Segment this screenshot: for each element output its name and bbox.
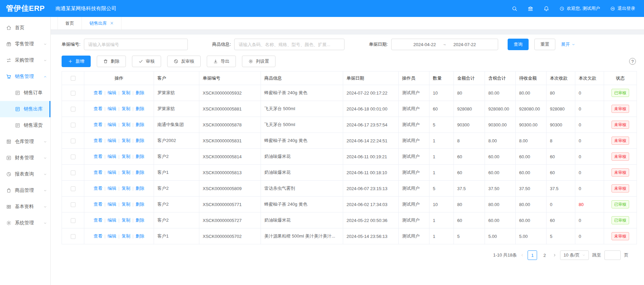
next-page-icon[interactable] <box>553 253 557 257</box>
prev-page-icon[interactable] <box>520 253 524 257</box>
expand-toggle[interactable]: 展开 <box>561 41 575 47</box>
action-copy-link[interactable]: 复制 <box>121 138 130 143</box>
cell-tax-total: 80.00 <box>485 85 516 101</box>
action-delete-link[interactable]: 删除 <box>136 122 145 127</box>
action-copy-link[interactable]: 复制 <box>121 218 130 223</box>
export-button[interactable]: 导出 <box>207 56 236 67</box>
sidebar-item-sales-outbound[interactable]: 销售出库 <box>0 101 50 117</box>
jump-page-input[interactable] <box>604 250 621 260</box>
sidebar-item-home[interactable]: 首页 <box>0 20 50 36</box>
action-view-link[interactable]: 查看 <box>93 186 102 191</box>
cell-owed: 0 <box>575 133 604 149</box>
action-edit-link[interactable]: 编辑 <box>108 154 116 159</box>
bell-icon[interactable] <box>543 6 549 12</box>
date-to[interactable]: 2024-07-22 <box>453 42 476 47</box>
approve-button[interactable]: 审核 <box>132 56 161 67</box>
action-edit-link[interactable]: 编辑 <box>108 186 116 191</box>
action-delete-link[interactable]: 删除 <box>136 202 145 207</box>
action-delete-link[interactable]: 删除 <box>136 138 145 143</box>
bank-icon[interactable] <box>528 6 533 12</box>
cell-status: 已审核 <box>604 85 637 101</box>
sidebar-item-report-query[interactable]: 报表查询 <box>0 166 50 182</box>
action-copy-link[interactable]: 复制 <box>121 170 130 175</box>
app-logo[interactable]: 管伊佳ERP <box>0 3 51 14</box>
action-copy-link[interactable]: 复制 <box>121 233 130 239</box>
action-view-link[interactable]: 查看 <box>93 154 102 159</box>
date-from[interactable]: 2024-04-22 <box>414 42 436 47</box>
welcome-user[interactable]: 欢迎您, 测试用户 <box>559 5 600 12</box>
action-copy-link[interactable]: 复制 <box>121 154 130 159</box>
row-checkbox[interactable] <box>71 123 75 127</box>
action-view-link[interactable]: 查看 <box>93 233 102 239</box>
action-view-link[interactable]: 查看 <box>93 202 102 207</box>
action-delete-link[interactable]: 删除 <box>136 233 145 239</box>
tab-home[interactable]: 首页 <box>58 17 82 29</box>
add-button[interactable]: 新增 <box>62 56 91 67</box>
action-edit-link[interactable]: 编辑 <box>108 233 116 239</box>
action-edit-link[interactable]: 编辑 <box>108 202 116 207</box>
action-view-link[interactable]: 查看 <box>93 138 102 143</box>
action-delete-link[interactable]: 删除 <box>136 186 145 191</box>
row-checkbox[interactable] <box>71 170 75 175</box>
row-checkbox[interactable] <box>71 91 75 96</box>
action-view-link[interactable]: 查看 <box>93 106 102 111</box>
page-size-select[interactable]: 10 条/页 <box>560 250 589 260</box>
tab-sales-outbound[interactable]: 销售出库 ✕ <box>82 17 121 29</box>
sidebar-item-basic-data[interactable]: 基本资料 <box>0 199 50 215</box>
search-icon[interactable] <box>512 6 517 12</box>
help-icon[interactable]: ? <box>629 58 636 65</box>
action-edit-link[interactable]: 编辑 <box>108 90 116 95</box>
search-button[interactable]: 查询 <box>508 39 529 50</box>
action-separator: | <box>132 218 133 223</box>
action-edit-link[interactable]: 编辑 <box>108 218 116 223</box>
row-checkbox[interactable] <box>71 155 75 159</box>
action-delete-link[interactable]: 删除 <box>136 90 145 95</box>
row-checkbox[interactable] <box>71 186 75 191</box>
sidebar-item-finance-management[interactable]: 财务管理 <box>0 150 50 166</box>
sidebar-item-sales-order[interactable]: 销售订单 <box>0 85 50 101</box>
row-checkbox[interactable] <box>71 202 75 207</box>
action-copy-link[interactable]: 复制 <box>121 122 130 127</box>
status-badge: 已审核 <box>612 216 629 224</box>
sidebar-item-goods-management[interactable]: 商品管理 <box>0 182 50 199</box>
action-view-link[interactable]: 查看 <box>93 170 102 175</box>
sidebar-item-sales-return[interactable]: 销售退货 <box>0 117 50 134</box>
action-copy-link[interactable]: 复制 <box>121 90 130 95</box>
action-copy-link[interactable]: 复制 <box>121 202 130 207</box>
page-button-1[interactable]: 1 <box>528 250 537 260</box>
action-view-link[interactable]: 查看 <box>93 90 102 95</box>
action-edit-link[interactable]: 编辑 <box>108 138 116 143</box>
close-icon[interactable]: ✕ <box>110 21 114 26</box>
unapprove-button[interactable]: 反审核 <box>167 56 201 67</box>
action-edit-link[interactable]: 编辑 <box>108 106 116 111</box>
action-delete-link[interactable]: 删除 <box>136 106 145 111</box>
action-edit-link[interactable]: 编辑 <box>108 122 116 127</box>
row-checkbox[interactable] <box>71 139 75 143</box>
action-delete-link[interactable]: 删除 <box>136 154 145 159</box>
sidebar-item-system-management[interactable]: 系统管理 <box>0 215 50 231</box>
sidebar-item-retail-management[interactable]: 零售管理 <box>0 36 50 52</box>
sidebar-item-warehouse-management[interactable]: 仓库管理 <box>0 134 50 150</box>
column-settings-button[interactable]: 列设置 <box>242 56 275 67</box>
action-copy-link[interactable]: 复制 <box>121 106 130 111</box>
sidebar-item-sales-management[interactable]: 销售管理 <box>0 68 50 85</box>
sidebar-item-purchase-management[interactable]: 采购管理 <box>0 52 50 68</box>
product-info-input[interactable] <box>234 39 345 50</box>
action-view-link[interactable]: 查看 <box>93 122 102 127</box>
reset-button[interactable]: 重置 <box>534 39 555 50</box>
app-root: 管伊佳ERP 南通某某网络科技有限公司 欢迎您, 测试用户 退出登录 首页零售管… <box>0 0 644 285</box>
action-edit-link[interactable]: 编辑 <box>108 170 116 175</box>
action-view-link[interactable]: 查看 <box>93 218 102 223</box>
row-checkbox[interactable] <box>71 107 75 111</box>
date-range-picker[interactable]: 2024-04-22 ~ 2024-07-22 <box>391 39 498 50</box>
row-checkbox[interactable] <box>71 218 75 223</box>
select-all-checkbox[interactable] <box>71 76 75 81</box>
action-delete-link[interactable]: 删除 <box>136 170 145 175</box>
logout-button[interactable]: 退出登录 <box>610 5 635 12</box>
delete-button[interactable]: 删除 <box>97 56 126 67</box>
doc-no-input[interactable] <box>84 39 188 50</box>
row-checkbox[interactable] <box>71 234 75 239</box>
action-copy-link[interactable]: 复制 <box>121 186 130 191</box>
action-delete-link[interactable]: 删除 <box>136 218 145 223</box>
page-button-2[interactable]: 2 <box>540 250 549 260</box>
